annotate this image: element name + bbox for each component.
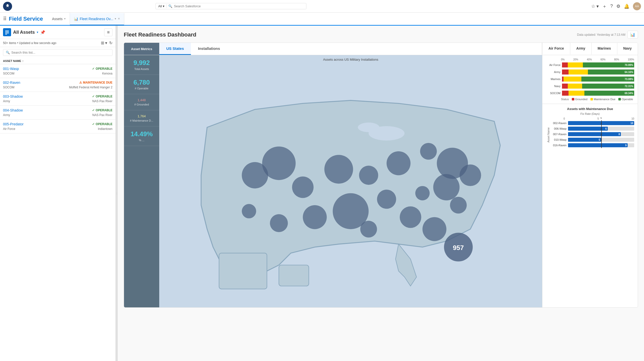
tab-marines[interactable]: Marines [591, 43, 617, 55]
fix-rate-axis: 0 5 10 [546, 117, 634, 120]
settings-icon[interactable]: ⚙ [616, 4, 620, 9]
search-input[interactable] [174, 4, 304, 8]
asset-location-label: NAS Pax River [92, 113, 112, 117]
metric-value: 1,448 [127, 98, 157, 102]
notifications-icon[interactable]: 🔔 [624, 4, 629, 9]
bar-segment-red [562, 91, 569, 96]
help-icon[interactable]: ? [610, 4, 613, 9]
main-layout: All Assets ▾ 📌 ≡ 50+ items • Updated a f… [0, 26, 644, 361]
svg-point-22 [270, 214, 288, 232]
asset-list-item[interactable]: 002-Raven ⚠ MAINTENANCE DUE SOCOM Moffet… [0, 78, 115, 92]
user-avatar[interactable]: AA [633, 2, 641, 10]
metric-value: 6,780 [127, 79, 157, 86]
bar-segment-yellow [564, 77, 582, 82]
global-search-bar[interactable]: All ▾ 🔍 [155, 3, 306, 9]
list-display-toggle-icon[interactable]: ⊞ ▾ [101, 41, 107, 45]
asset-branch-label: Army [3, 99, 10, 103]
tab-fleet-dropdown-icon[interactable]: ▾ [115, 17, 116, 20]
pin-icon[interactable]: 📌 [40, 30, 45, 35]
tab-assets[interactable]: Assets ▾ [48, 13, 70, 25]
fix-marker-label: 5 [600, 122, 602, 125]
bar-segment-yellow [568, 84, 582, 89]
tab-installations[interactable]: Installations [191, 43, 227, 55]
svg-point-9 [242, 162, 268, 189]
dashboard-title: Fleet Readiness Dashboard [124, 31, 196, 38]
bar-pct-label: 73.08% [625, 78, 633, 81]
list-meta: 50+ items • Updated a few seconds ago ⊞ … [0, 39, 115, 47]
tab-air-force[interactable]: Air Force [542, 43, 570, 55]
asset-list-item[interactable]: 004-Shadow ✓ OPERABLE Army NAS Pax River [0, 106, 115, 120]
tab-assets-dropdown-icon[interactable]: ▾ [64, 17, 66, 20]
tab-fleet-close-icon[interactable]: ✕ [118, 17, 120, 20]
list-search-bar[interactable]: 🔍 [3, 49, 112, 56]
chart-view-button[interactable]: 📊 [627, 31, 638, 39]
asset-name-label: 003-Shadow [3, 94, 23, 98]
fix-rate-row: 007-Raven 8 5 [550, 132, 634, 136]
tab-army[interactable]: Army [570, 43, 591, 55]
svg-point-26 [422, 217, 446, 241]
metric-label: # Operable [127, 87, 157, 90]
branch-axis: 0% 20% 40% 60% 80% 100% [546, 58, 634, 61]
list-count-label: 50+ items • Updated a few seconds ago [3, 41, 56, 45]
app-logo [3, 2, 12, 11]
legend-maintenance: Maintenance Due [590, 98, 615, 101]
branch-chart-row: Army 64.16% [546, 69, 634, 75]
svg-rect-4 [5, 34, 7, 34]
search-scope-dropdown[interactable]: All ▾ [158, 4, 167, 8]
branch-readiness-chart: 0% 20% 40% 60% 80% 100% Air Force 70.99% [542, 55, 638, 104]
branch-bar: 69.34% [562, 91, 634, 96]
branch-name-label: Navy [546, 85, 560, 88]
asset-branch-label: SOCOM [3, 86, 14, 89]
fix-rate-rows: 002-Raven 10 5 006-Wasp 6 5 007-Raven 8 [550, 121, 634, 149]
fix-rate-subtitle: Fix Rate (Days) [546, 112, 634, 115]
status-badge: ✓ OPERABLE [92, 67, 112, 70]
tab-navy[interactable]: Navy [617, 43, 638, 55]
branch-tabs: Air Force Army Marines Navy [542, 43, 638, 55]
asset-list-item[interactable]: 005-Predator ✓ OPERABLE Air Force Indian… [0, 120, 115, 133]
fix-bar: 5 [568, 138, 601, 142]
tab-bar: Assets ▾ 📊 Fleet Readiness Ov... ▾ ✕ [48, 13, 644, 25]
y-axis-label: Asset Name [546, 121, 550, 149]
metric-item: 6,780 # Operable [124, 75, 159, 94]
svg-point-19 [377, 190, 396, 209]
svg-point-24 [400, 206, 421, 228]
asset-list-item[interactable]: 001-Wasp ✓ OPERABLE SOCOM Kenova [0, 64, 115, 78]
svg-point-14 [420, 143, 437, 160]
branch-name-label: SOCOM [546, 92, 560, 95]
asset-branch-label: Army [3, 113, 10, 117]
check-icon: ✓ [92, 67, 95, 70]
branch-chart-row: Navy 72.31% [546, 84, 634, 89]
metric-value: 1,764 [127, 114, 157, 118]
svg-point-18 [415, 186, 430, 200]
svg-point-25 [360, 221, 377, 238]
bar-segment-yellow [568, 62, 583, 67]
dashboard-body: 9,992 Total Assets 6,780 # Operable 1,44… [124, 55, 638, 307]
svg-point-23 [242, 204, 256, 218]
data-updated-label: Data updated: Yesterday at 7:13 AM [577, 33, 625, 37]
asset-name-label: 001-Wasp [3, 67, 19, 71]
list-title-dropdown-icon[interactable]: ▾ [37, 30, 38, 34]
fix-rate-title: Assets with Maintenance Due [546, 107, 634, 111]
svg-point-16 [460, 164, 481, 186]
favorites-icon[interactable]: ☆ ▾ [591, 4, 599, 9]
filter-button[interactable]: ≡ [104, 28, 112, 36]
svg-point-11 [324, 155, 353, 184]
svg-point-12 [359, 166, 378, 185]
list-view-icon [3, 28, 11, 36]
tab-us-states[interactable]: US States [159, 43, 191, 55]
refresh-icon[interactable]: ↻ [109, 41, 112, 45]
app-grid-icon[interactable]: ⠿ [3, 16, 7, 22]
resize-handle[interactable]: ⋮ [116, 26, 118, 361]
add-icon[interactable]: ＋ [602, 3, 607, 9]
bar-segment-green: 70.99% [583, 62, 634, 67]
tab-fleet-readiness[interactable]: 📊 Fleet Readiness Ov... ▾ ✕ [70, 13, 125, 25]
fix-bar-value: 6 [605, 127, 607, 130]
app-header: ⠿ Field Service Assets ▾ 📊 Fleet Readine… [0, 13, 644, 26]
asset-list-item[interactable]: 003-Shadow ✓ OPERABLE Army NAS Pax River [0, 92, 115, 106]
status-badge: ⚠ MAINTENANCE DUE [79, 81, 112, 84]
asset-location-label: Indiantown [98, 127, 112, 131]
list-search-input[interactable] [11, 51, 110, 54]
sort-icon[interactable]: ↑ [22, 59, 24, 62]
fix-rate-marker: 5 [601, 142, 602, 148]
branch-chart-row: Marines 73.08% [546, 77, 634, 82]
